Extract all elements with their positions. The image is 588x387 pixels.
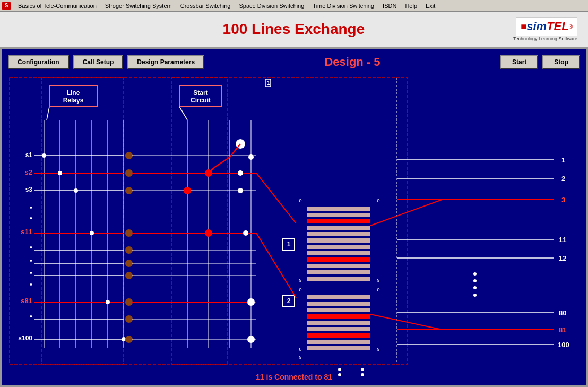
svg-point-34	[125, 246, 133, 254]
app-logo: S	[2, 2, 11, 10]
svg-point-61	[205, 229, 212, 237]
menu-stroger[interactable]: Stroger Switching System	[101, 2, 176, 10]
svg-text:0: 0	[377, 287, 379, 293]
switch2-box-label: 2	[287, 297, 291, 305]
menu-basics[interactable]: Basics of Tele-Communication	[14, 2, 101, 10]
svg-line-135	[370, 314, 442, 330]
svg-point-26	[74, 188, 78, 193]
call-setup-button[interactable]: Call Setup	[73, 55, 124, 69]
svg-point-35	[125, 260, 133, 267]
svg-point-30	[125, 152, 133, 159]
svg-rect-79	[307, 219, 370, 223]
svg-text:0: 0	[299, 287, 301, 293]
svg-line-40	[47, 107, 49, 120]
header: 100 Lines Exchange ■ simTEL® Technology …	[0, 12, 588, 48]
dots3: •	[30, 243, 32, 252]
dots6: •	[30, 280, 32, 289]
dots5: •	[30, 269, 32, 277]
svg-text:9: 9	[377, 278, 379, 283]
svg-rect-86	[307, 264, 370, 268]
toolbar: Configuration Call Setup Design Paramete…	[2, 49, 586, 75]
simtel-tagline: Technology Learning Software	[513, 36, 577, 41]
s81-label: s81	[21, 297, 32, 305]
svg-rect-102	[307, 327, 370, 331]
dest-2-label: 2	[561, 175, 565, 183]
svg-text:9: 9	[299, 355, 301, 360]
svg-rect-85	[307, 257, 370, 262]
svg-line-70	[230, 144, 240, 157]
dest-100-label: 100	[558, 341, 569, 349]
svg-point-132	[473, 294, 477, 297]
svg-rect-103	[307, 333, 370, 338]
dest-12-label: 12	[559, 254, 566, 262]
svg-rect-81	[307, 232, 370, 236]
svg-point-66	[238, 170, 243, 176]
s2-label: s2	[25, 168, 32, 176]
dots4: •	[30, 256, 32, 265]
svg-rect-3	[171, 78, 227, 364]
dest-81-label: 81	[559, 326, 566, 334]
svg-rect-82	[307, 238, 370, 243]
svg-point-24	[42, 153, 46, 158]
logo-tel: TEL	[547, 20, 569, 33]
dots7: •	[30, 312, 32, 321]
diagram-svg: Line Relays Start Circuit s1 s2 s3 • • s…	[2, 75, 586, 380]
svg-point-27	[90, 231, 94, 235]
svg-point-131	[473, 286, 477, 289]
svg-point-25	[58, 171, 62, 175]
svg-point-60	[184, 187, 191, 194]
svg-rect-77	[307, 207, 370, 211]
s1-label: s1	[25, 151, 33, 159]
menu-space[interactable]: Space Division Switching	[235, 2, 308, 10]
logo-reg: ®	[569, 24, 573, 30]
svg-rect-78	[307, 213, 370, 217]
svg-point-67	[238, 188, 243, 193]
status-text: 11 is Connected to 81	[256, 373, 332, 381]
dots1: •	[30, 203, 32, 212]
svg-rect-97	[307, 295, 370, 299]
svg-point-129	[473, 272, 477, 276]
svg-point-39	[125, 336, 133, 343]
svg-text:8: 8	[299, 347, 301, 352]
s11-label: s11	[21, 228, 32, 236]
line-relays-label: Line	[67, 89, 80, 97]
switch1-box-label: 1	[287, 240, 291, 248]
matrix-1: 0 0 9 9	[299, 198, 379, 283]
svg-text:9: 9	[377, 347, 379, 352]
main-panel: Configuration Call Setup Design Paramete…	[0, 48, 588, 387]
s100-label: s100	[18, 334, 32, 342]
stop-button[interactable]: Stop	[542, 55, 580, 69]
menu-crossbar[interactable]: Crossbar Switching	[176, 2, 235, 10]
page-title: 100 Lines Exchange	[74, 21, 513, 38]
start-circuit-label2: Circuit	[191, 97, 211, 104]
svg-rect-101	[307, 321, 370, 325]
menu-exit[interactable]: Exit	[421, 2, 439, 10]
svg-rect-80	[307, 226, 370, 230]
start-circuit-label: Start	[193, 89, 207, 97]
design-title: Design - 5	[209, 55, 496, 69]
menu-help[interactable]: Help	[401, 2, 421, 10]
simtel-logo: ■ simTEL® Technology Learning Software	[513, 17, 577, 41]
svg-point-38	[125, 315, 133, 323]
menu-time[interactable]: Time Division Switching	[308, 2, 378, 10]
svg-point-28	[106, 300, 110, 304]
svg-point-116	[338, 368, 341, 371]
svg-rect-84	[307, 251, 370, 255]
svg-rect-105	[307, 346, 370, 350]
svg-point-65	[248, 154, 254, 160]
status-bar: 11 is Connected to 81	[2, 373, 586, 381]
svg-line-137	[256, 173, 296, 223]
design-params-button[interactable]: Design Parameters	[127, 55, 204, 69]
start-button[interactable]: Start	[500, 55, 538, 69]
line-relays-label2: Relays	[63, 97, 84, 104]
svg-point-32	[125, 187, 133, 194]
menu-isdn[interactable]: ISDN	[378, 2, 401, 10]
dest-3-label: 3	[561, 196, 565, 204]
svg-line-133	[370, 200, 442, 226]
svg-text:9: 9	[299, 278, 301, 283]
switch1-label: 1	[267, 80, 270, 86]
svg-text:0: 0	[377, 198, 379, 203]
configuration-button[interactable]: Configuration	[8, 55, 69, 69]
svg-point-36	[125, 272, 133, 279]
s3-label: s3	[25, 186, 33, 193]
